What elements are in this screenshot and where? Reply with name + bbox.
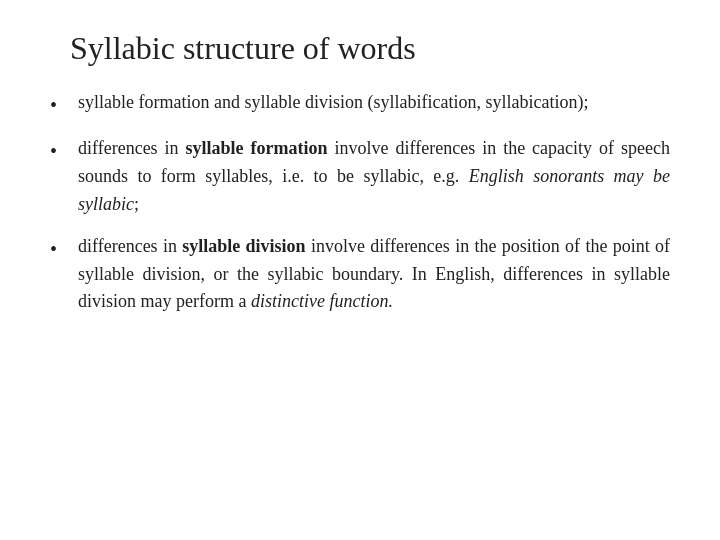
page-title: Syllabic structure of words bbox=[70, 30, 416, 67]
bold-text: syllable formation bbox=[186, 138, 328, 158]
list-item: • differences in syllable division invol… bbox=[50, 233, 670, 317]
bullet-text: syllable formation and syllable division… bbox=[78, 89, 670, 117]
bullet-text: differences in syllable division involve… bbox=[78, 233, 670, 317]
bullet-marker: • bbox=[50, 90, 78, 121]
italic-text: English sonorants may be syllabic bbox=[78, 166, 670, 214]
bullet-marker: • bbox=[50, 234, 78, 265]
content-area: • syllable formation and syllable divisi… bbox=[50, 89, 670, 330]
italic-text: distinctive function. bbox=[251, 291, 393, 311]
bullet-text: differences in syllable formation involv… bbox=[78, 135, 670, 219]
list-item: • syllable formation and syllable divisi… bbox=[50, 89, 670, 121]
bold-text: syllable division bbox=[182, 236, 305, 256]
list-item: • differences in syllable formation invo… bbox=[50, 135, 670, 219]
bullet-marker: • bbox=[50, 136, 78, 167]
